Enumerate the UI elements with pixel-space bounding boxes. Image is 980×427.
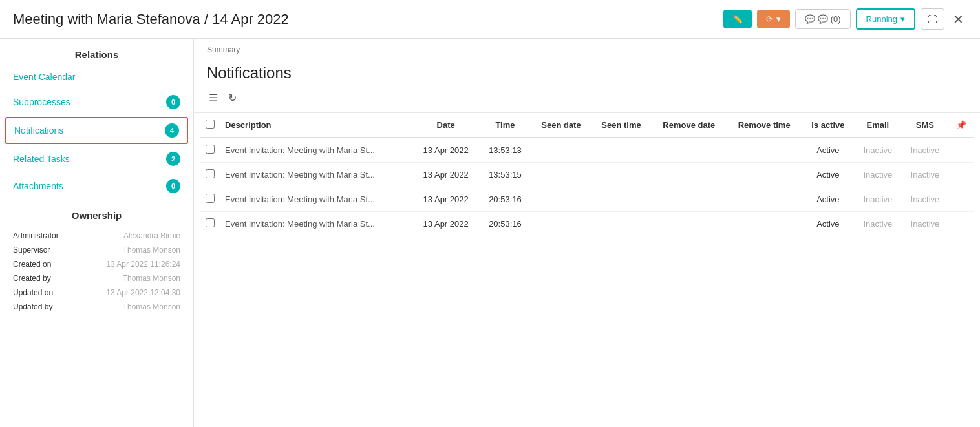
created-on-label: Created on: [13, 260, 51, 269]
ownership-created-by: Created by Thomas Monson: [10, 271, 183, 286]
row-remove-time: [727, 138, 802, 163]
row-checkbox[interactable]: [206, 145, 215, 154]
table-row: Event Invitation: Meeting with Maria St.…: [200, 212, 974, 236]
table-header-row: Description Date Time Seen date Seen tim…: [200, 113, 974, 138]
col-email: Email: [854, 113, 901, 138]
sidebar: Relations Event Calendar Subprocesses 0 …: [0, 39, 194, 427]
related-tasks-badge: 2: [166, 152, 180, 166]
fullscreen-button[interactable]: ⛶: [921, 8, 944, 30]
sidebar-item-label: Attachments: [13, 181, 63, 191]
row-seen-time: [591, 163, 651, 187]
filter-button[interactable]: ☰: [207, 90, 220, 106]
row-remove-time: [727, 163, 802, 187]
refresh-icon: ↻: [228, 92, 237, 103]
row-remove-date: [652, 187, 727, 212]
row-seen-time: [591, 187, 651, 212]
sidebar-item-label: Notifications: [14, 125, 63, 136]
row-email: Inactive: [854, 163, 901, 187]
row-pin: [948, 187, 974, 212]
table-wrapper: Description Date Time Seen date Seen tim…: [194, 113, 980, 427]
running-label: Running: [866, 14, 897, 24]
row-checkbox-cell[interactable]: [200, 163, 220, 187]
header-actions: ✏️ ⟳ ▾ 💬 💬 (0) Running ▾ ⛶ ✕: [723, 8, 967, 30]
row-checkbox[interactable]: [206, 218, 215, 227]
row-email: Inactive: [854, 187, 901, 212]
select-all-header[interactable]: [200, 113, 220, 138]
sidebar-item-subprocesses[interactable]: Subprocesses 0: [0, 89, 193, 116]
row-pin: [948, 138, 974, 163]
chevron-down-icon: ▾: [900, 14, 905, 24]
content-area: Summary Notifications ☰ ↻: [194, 39, 980, 427]
ownership-supervisor: Supervisor Thomas Monson: [10, 243, 183, 257]
sidebar-item-label: Subprocesses: [13, 97, 70, 107]
ownership-section: Ownership Administrator Alexandra Birnie…: [0, 200, 193, 319]
fullscreen-icon: ⛶: [928, 14, 937, 25]
row-remove-time: [727, 212, 802, 236]
updated-on-value: 13 Apr 2022 12:04:30: [106, 288, 180, 297]
row-date: 13 Apr 2022: [412, 212, 479, 236]
row-checkbox-cell[interactable]: [200, 212, 220, 236]
col-is-active: Is active: [802, 113, 854, 138]
flow-icon: ⟳: [766, 14, 773, 24]
administrator-value: Alexandra Birnie: [123, 231, 180, 240]
sidebar-item-label: Related Tasks: [13, 154, 70, 164]
row-pin: [948, 163, 974, 187]
row-remove-time: [727, 187, 802, 212]
row-checkbox[interactable]: [206, 194, 215, 203]
notifications-table: Description Date Time Seen date Seen tim…: [200, 113, 974, 236]
ownership-administrator: Administrator Alexandra Birnie: [10, 229, 183, 243]
created-by-label: Created by: [13, 274, 51, 283]
running-button[interactable]: Running ▾: [856, 8, 915, 30]
edit-button[interactable]: ✏️: [723, 10, 752, 28]
row-checkbox[interactable]: [206, 169, 215, 178]
content-header: Notifications: [194, 57, 980, 86]
row-checkbox-cell[interactable]: [200, 187, 220, 212]
header: Meeting with Maria Stefanova / 14 Apr 20…: [0, 0, 980, 39]
row-seen-date: [531, 187, 591, 212]
updated-by-value: Thomas Monson: [123, 302, 180, 311]
refresh-button[interactable]: ↻: [226, 90, 239, 106]
updated-by-label: Updated by: [13, 302, 52, 311]
comment-button[interactable]: 💬 💬 (0): [795, 9, 851, 29]
page-title: Meeting with Maria Stefanova / 14 Apr 20…: [13, 11, 289, 28]
row-checkbox-cell[interactable]: [200, 138, 220, 163]
administrator-label: Administrator: [13, 231, 59, 240]
row-sms: Inactive: [901, 163, 948, 187]
col-description: Description: [220, 113, 412, 138]
sidebar-item-attachments[interactable]: Attachments 0: [0, 172, 193, 200]
col-remove-time: Remove time: [727, 113, 802, 138]
col-pin: 📌: [948, 113, 974, 138]
chevron-down-icon: ▾: [776, 14, 781, 24]
ownership-updated-by: Updated by Thomas Monson: [10, 300, 183, 314]
col-seen-time: Seen time: [591, 113, 651, 138]
edit-icon: ✏️: [732, 14, 743, 24]
row-sms: Inactive: [901, 187, 948, 212]
main-area: Relations Event Calendar Subprocesses 0 …: [0, 39, 980, 427]
sidebar-item-related-tasks[interactable]: Related Tasks 2: [0, 145, 193, 172]
notifications-badge: 4: [165, 123, 179, 138]
sidebar-item-notifications[interactable]: Notifications 4: [5, 117, 188, 144]
supervisor-label: Supervisor: [13, 245, 50, 255]
breadcrumb: Summary: [194, 39, 980, 57]
close-button[interactable]: ✕: [950, 8, 967, 30]
relations-title: Relations: [0, 39, 193, 65]
row-sms: Inactive: [901, 138, 948, 163]
filter-icon: ☰: [209, 92, 218, 103]
row-is-active: Active: [802, 187, 854, 212]
row-description: Event Invitation: Meeting with Maria St.…: [220, 212, 412, 236]
row-email: Inactive: [854, 138, 901, 163]
row-description: Event Invitation: Meeting with Maria St.…: [220, 187, 412, 212]
flow-button[interactable]: ⟳ ▾: [757, 10, 790, 28]
row-time: 20:53:16: [479, 187, 531, 212]
row-seen-date: [531, 138, 591, 163]
row-date: 13 Apr 2022: [412, 187, 479, 212]
comment-icon: 💬: [805, 14, 815, 24]
row-email: Inactive: [854, 212, 901, 236]
row-is-active: Active: [802, 163, 854, 187]
sidebar-item-event-calendar[interactable]: Event Calendar: [0, 65, 193, 89]
created-on-value: 13 Apr 2022 11:26:24: [106, 260, 180, 269]
close-icon: ✕: [953, 12, 964, 26]
sidebar-item-label: Event Calendar: [13, 72, 76, 82]
supervisor-value: Thomas Monson: [123, 245, 180, 255]
select-all-checkbox[interactable]: [206, 120, 215, 129]
